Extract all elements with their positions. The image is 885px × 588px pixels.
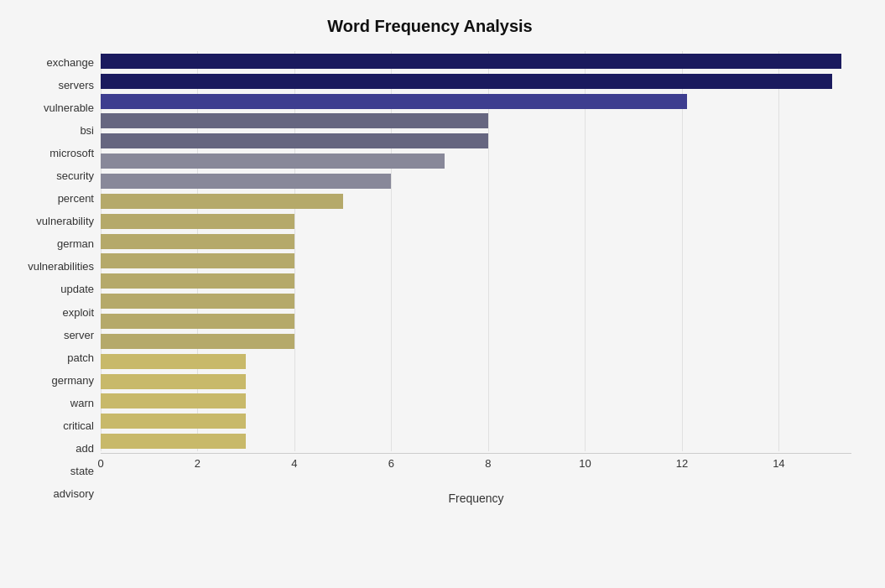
y-label: server [64,325,94,344]
y-label: vulnerabilities [28,258,94,276]
x-axis: 02468101214 [101,453,851,487]
bar-row [101,432,851,450]
bar-row [101,412,851,430]
bar [101,334,294,349]
y-label: security [56,167,94,185]
bar-row [101,132,851,150]
x-tick: 10 [579,457,591,470]
y-label: exploit [62,303,94,321]
bars-area [101,51,851,451]
y-label: servers [58,76,94,95]
bar-row [101,152,851,170]
bar [101,273,294,289]
y-label: add [75,439,94,457]
y-label: exchange [47,54,94,72]
x-tick: 6 [388,457,394,470]
y-label: microsoft [49,144,94,163]
bar-row [101,332,851,351]
bar [101,133,488,148]
bar-row [101,392,851,410]
bar-row [101,352,851,371]
bar [101,414,246,429]
bar [101,74,832,89]
bar-row [101,212,851,231]
bar [101,354,246,369]
bar-row [101,372,851,391]
y-label: advisory [54,484,94,502]
y-label: warn [70,393,94,412]
y-axis: exchangeserversvulnerablebsimicrosoftsec… [8,51,101,505]
x-tick: 14 [773,457,784,470]
chart-area: exchangeserversvulnerablebsimicrosoftsec… [8,51,851,505]
bar-row [101,232,851,251]
bar-row [101,52,851,70]
x-tick: 12 [676,457,688,470]
y-label: bsi [80,122,94,140]
bar-row [101,192,851,211]
bar-row [101,92,851,111]
bar-row [101,252,851,270]
bar [101,314,294,329]
bar [101,374,246,389]
x-tick: 2 [195,457,200,470]
bar [101,113,488,128]
bar-row [101,112,851,130]
x-axis-label: Frequency [101,488,851,505]
bar [101,194,343,209]
bar [101,174,391,189]
y-label: vulnerability [36,212,94,231]
y-label: update [60,280,94,299]
y-label: state [70,461,94,480]
x-tick: 0 [97,457,103,470]
y-label: vulnerable [44,99,94,117]
bar [101,393,246,408]
y-label: germany [51,371,94,389]
bar [101,294,294,309]
bar-row [101,172,851,190]
bar [101,154,445,169]
chart-container: Word Frequency Analysis exchangeserversv… [0,0,885,588]
chart-title: Word Frequency Analysis [8,17,851,36]
bar [101,253,294,268]
y-label: patch [67,348,94,367]
bar-row [101,72,851,91]
x-tick: 4 [291,457,297,470]
bar [101,94,687,109]
bar-row [101,292,851,310]
bar [101,234,294,249]
bar-row [101,312,851,330]
bars-and-x: 02468101214 Frequency [101,51,851,505]
bar [101,434,246,449]
bar [101,54,841,69]
bar [101,214,294,229]
y-label: german [57,235,94,253]
y-label: percent [58,190,94,208]
x-tick: 8 [485,457,491,470]
bar-row [101,272,851,290]
y-label: critical [63,416,94,434]
